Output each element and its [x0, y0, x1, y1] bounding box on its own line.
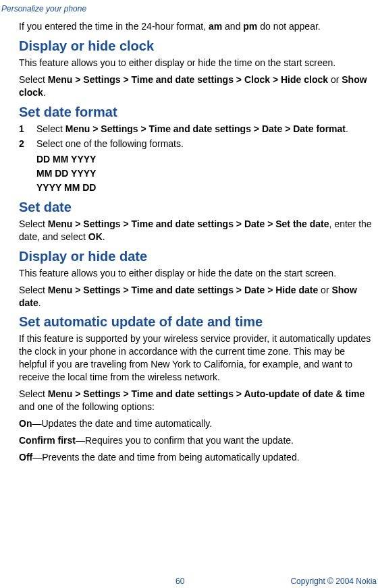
step-1-num: 1	[19, 123, 36, 136]
copyright-text: Copyright © 2004 Nokia	[290, 577, 377, 586]
opt3-t: —Prevents the date and time from being a…	[32, 452, 299, 463]
format-option-1: DD MM YYYY	[36, 153, 375, 166]
step-1: 1 Select Menu > Settings > Time and date…	[19, 123, 375, 136]
s5-sb: Menu > Settings > Time and date settings…	[48, 388, 364, 399]
intro-text-b: and	[222, 21, 243, 32]
s4-desc: This feature allows you to either displa…	[19, 267, 375, 280]
step-2-num: 2	[19, 138, 36, 150]
s1-desc: This feature allows you to either displa…	[19, 57, 375, 69]
format-option-3: YYYY MM DD	[36, 181, 375, 194]
opt1-b: On	[19, 418, 32, 429]
heading-set-date-format: Set date format	[19, 103, 375, 121]
format-option-2: MM DD YYYY	[36, 167, 375, 180]
opt1-t: —Updates the date and time automatically…	[32, 418, 212, 429]
s1-sc: or	[328, 74, 342, 85]
heading-display-hide-clock: Display or hide clock	[19, 37, 375, 55]
s3-a: Select	[19, 218, 48, 229]
s1-select: Select Menu > Settings > Time and date s…	[19, 74, 375, 99]
s3-e: .	[103, 231, 105, 242]
s3-text: Select Menu > Settings > Time and date s…	[19, 218, 375, 243]
s1-sa: Select	[19, 74, 48, 85]
opt2-b: Confirm first	[19, 435, 76, 446]
s4-select: Select Menu > Settings > Time and date s…	[19, 284, 375, 310]
intro-text-a: If you entered the time in the 24-hour f…	[19, 21, 209, 32]
s4-sc: or	[318, 285, 331, 295]
s4-sa: Select	[19, 285, 48, 295]
page-footer: 60 Copyright © 2004 Nokia	[0, 577, 378, 586]
option-on: On—Updates the date and time automatical…	[19, 417, 375, 430]
heading-set-date: Set date	[19, 198, 375, 216]
intro-text-c: do not appear.	[257, 21, 320, 32]
option-confirm: Confirm first—Requires you to confirm th…	[19, 434, 375, 447]
s5-sc: and one of the following options:	[19, 401, 155, 412]
heading-display-hide-date: Display or hide date	[19, 247, 375, 266]
step-2-text: Select one of the following formats.	[36, 138, 375, 150]
intro-paragraph: If you entered the time in the 24-hour f…	[19, 20, 375, 33]
s4-sb: Menu > Settings > Time and date settings…	[48, 285, 318, 295]
s5-sa: Select	[19, 388, 48, 399]
page-number: 60	[176, 577, 184, 586]
s2-1b: Menu > Settings > Time and date settings…	[65, 123, 346, 134]
opt3-b: Off	[19, 452, 32, 463]
option-off: Off—Prevents the date and time from bein…	[19, 451, 375, 464]
step-1-text: Select Menu > Settings > Time and date s…	[36, 123, 375, 136]
heading-auto-update: Set automatic update of date and time	[19, 313, 375, 331]
s1-se: .	[43, 87, 46, 98]
step-2: 2 Select one of the following formats.	[19, 138, 375, 150]
s3-d: OK	[88, 231, 103, 242]
opt2-t: —Requires you to confirm that you want t…	[76, 435, 294, 446]
s5-select: Select Menu > Settings > Time and date s…	[19, 388, 375, 413]
s1-sb: Menu > Settings > Time and date settings…	[48, 74, 328, 85]
page-content: If you entered the time in the 24-hour f…	[0, 20, 378, 463]
s2-1a: Select	[36, 123, 65, 134]
s2-1c: .	[346, 123, 348, 134]
header-section-label: Personalize your phone	[0, 0, 378, 20]
s4-se: .	[38, 297, 41, 308]
s5-desc: If this feature is supported by your wir…	[19, 332, 375, 384]
intro-pm: pm	[243, 21, 257, 32]
s3-b: Menu > Settings > Time and date settings…	[48, 218, 329, 229]
intro-am: am	[209, 21, 222, 32]
